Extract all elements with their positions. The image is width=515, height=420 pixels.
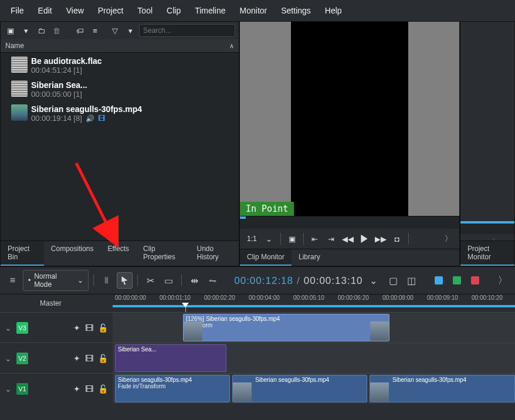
snap-point-icon[interactable]: ⥊ bbox=[205, 272, 221, 289]
playhead-icon[interactable] bbox=[182, 303, 189, 307]
tab-clip-properties[interactable]: Clip Properties bbox=[136, 241, 190, 266]
sort-caret-icon: ∧ bbox=[229, 42, 234, 50]
ruler-tick: 00:00:08:00 bbox=[382, 294, 414, 301]
track-v3[interactable]: [126%] Siberian seagulls-30fps.mp4 Trans… bbox=[113, 312, 515, 343]
snap-icon[interactable]: ⇹ bbox=[187, 272, 202, 289]
clip[interactable]: Siberian seagulls-30fps.mp4 bbox=[232, 375, 367, 402]
lock-icon[interactable]: 🔓 bbox=[98, 384, 108, 394]
more-icon[interactable]: 〉 bbox=[441, 231, 456, 246]
zoom-dropdown-icon[interactable]: ⌄ bbox=[262, 231, 277, 246]
track-header-v2[interactable]: ⌄ V2 ✦ 🎞 🔓 bbox=[0, 343, 113, 373]
filter-dropdown-icon[interactable]: ▾ bbox=[124, 24, 137, 37]
ruler-tick: 00:00:05:10 bbox=[293, 294, 324, 301]
bin-item[interactable]: Be audiotrack.flac 00:04:51:24 [1] bbox=[1, 54, 239, 78]
monitor-ruler[interactable] bbox=[240, 216, 459, 229]
bin-item[interactable]: Siberian seagulls-30fps.mp4 00:00:19:14 … bbox=[1, 102, 239, 126]
clip-thumb-icon bbox=[184, 321, 202, 341]
monitor-controls: 1:1 ⌄ ▣ ⇤ ⇥ ◀◀ ▶▶ ◘ 〉 bbox=[240, 229, 459, 249]
menu-bar: File Edit View Project Tool Clip Timelin… bbox=[0, 0, 515, 21]
favorite-blue-icon[interactable] bbox=[431, 272, 447, 289]
track-header-v1[interactable]: ⌄ V1 ✦ 🎞 🔓 bbox=[0, 373, 113, 404]
effects-icon[interactable]: ✦ bbox=[73, 384, 80, 394]
project-monitor-ruler[interactable] bbox=[460, 221, 514, 234]
menu-edit[interactable]: Edit bbox=[31, 2, 59, 19]
tab-project-monitor[interactable]: Project Monitor bbox=[460, 241, 514, 266]
master-label: Master bbox=[0, 294, 113, 312]
timeline-toolbar: ≡ • Normal Mode ⌄ ⫴ ✂ ▭ ⇹ ⥊ 00:00:12:18/… bbox=[0, 266, 515, 294]
effects-icon[interactable]: ✦ bbox=[73, 354, 80, 363]
list-icon[interactable]: ≡ bbox=[89, 24, 101, 37]
filter-icon[interactable]: ▽ bbox=[109, 24, 121, 37]
monitor-view[interactable]: In Point bbox=[240, 22, 459, 216]
bin-name-header[interactable]: Name ∧ bbox=[1, 39, 239, 53]
lift-icon[interactable]: ▢ bbox=[386, 272, 402, 289]
tab-clip-monitor[interactable]: Clip Monitor bbox=[240, 249, 292, 266]
timeline-ruler[interactable]: 00:00:00:00 00:00:01:10 00:00:02:20 00:0… bbox=[113, 294, 515, 312]
go-start-icon[interactable]: ⇤ bbox=[307, 231, 323, 246]
razor-tool-icon[interactable]: ✂ bbox=[143, 272, 158, 289]
go-end-icon[interactable]: ⇥ bbox=[324, 231, 339, 246]
lock-icon[interactable]: 🔓 bbox=[98, 323, 108, 333]
menu-project[interactable]: Project bbox=[91, 2, 131, 19]
set-in-icon[interactable]: ▣ bbox=[284, 231, 300, 246]
clip[interactable]: Siberian Sea... bbox=[115, 344, 226, 372]
tab-project-bin[interactable]: Project Bin bbox=[1, 241, 44, 266]
clip[interactable]: Siberian seagulls-30fps.mp4 Fade in/Tran… bbox=[115, 375, 230, 402]
menu-monitor[interactable]: Monitor bbox=[233, 2, 275, 19]
clip[interactable]: [126%] Siberian seagulls-30fps.mp4 Trans… bbox=[183, 314, 389, 341]
track-v2[interactable]: Siberian Sea... bbox=[113, 343, 515, 373]
favorite-red-icon[interactable] bbox=[467, 272, 483, 289]
track-compositing-icon[interactable]: ⫴ bbox=[99, 272, 114, 289]
expand-icon[interactable]: ⌄ bbox=[5, 384, 12, 394]
zoom-ratio-label[interactable]: 1:1 bbox=[243, 231, 260, 246]
overflow-icon[interactable]: 〉 bbox=[494, 272, 510, 289]
track-v1[interactable]: Siberian seagulls-30fps.mp4 Fade in/Tran… bbox=[113, 373, 515, 404]
forward-icon[interactable]: ▶▶ bbox=[373, 231, 388, 246]
timecode-display[interactable]: 00:00:12:18/00:00:13:10 bbox=[234, 275, 362, 287]
rewind-icon[interactable]: ◀◀ bbox=[340, 231, 355, 246]
timecode-dropdown-icon[interactable]: ⌄ bbox=[365, 272, 381, 289]
mid-panel-tabs: Clip Monitor Library bbox=[240, 249, 459, 266]
menu-file[interactable]: File bbox=[4, 2, 31, 19]
ruler-tick: 00:00:09:10 bbox=[427, 294, 458, 301]
extract-icon[interactable]: ◫ bbox=[404, 272, 419, 289]
tab-compositions[interactable]: Compositions bbox=[44, 241, 101, 266]
menu-view[interactable]: View bbox=[59, 2, 91, 19]
crop-icon[interactable]: ◘ bbox=[389, 231, 405, 246]
pointer-tool-icon[interactable] bbox=[117, 272, 133, 289]
tab-effects[interactable]: Effects bbox=[101, 241, 136, 266]
video-badge-icon: 🎞 bbox=[98, 114, 105, 123]
hamburger-icon[interactable]: ≡ bbox=[5, 272, 21, 289]
film-icon[interactable]: 🎞 bbox=[85, 384, 93, 394]
film-icon[interactable]: 🎞 bbox=[85, 323, 93, 333]
menu-tool[interactable]: Tool bbox=[130, 2, 160, 19]
play-icon[interactable] bbox=[357, 231, 372, 246]
search-input[interactable] bbox=[139, 24, 235, 37]
menu-help[interactable]: Help bbox=[318, 2, 349, 19]
favorite-green-icon[interactable] bbox=[449, 272, 465, 289]
edit-mode-select[interactable]: • Normal Mode ⌄ bbox=[23, 270, 89, 291]
folder-icon[interactable]: 🗀 bbox=[35, 24, 48, 37]
spacer-tool-icon[interactable]: ▭ bbox=[161, 272, 177, 289]
tab-library[interactable]: Library bbox=[292, 249, 327, 266]
film-icon[interactable]: 🎞 bbox=[85, 354, 93, 363]
add-clip-button[interactable]: ▣ bbox=[4, 24, 17, 37]
timeline-tracks[interactable]: 00:00:00:00 00:00:01:10 00:00:02:20 00:0… bbox=[113, 294, 515, 404]
clip[interactable]: Siberian seagulls-30fps.mp4 bbox=[370, 375, 515, 402]
bin-item-title: Be audiotrack.flac bbox=[31, 56, 102, 66]
timeline: Master ⌄ V3 ✦ 🎞 🔓 ⌄ V2 ✦ 🎞 🔓 ⌄ V1 ✦ bbox=[0, 294, 515, 404]
add-dropdown-icon[interactable]: ▾ bbox=[19, 24, 32, 37]
effects-icon[interactable]: ✦ bbox=[73, 323, 80, 333]
menu-settings[interactable]: Settings bbox=[274, 2, 318, 19]
tab-undo-history[interactable]: Undo History bbox=[190, 241, 239, 266]
expand-icon[interactable]: ⌄ bbox=[5, 323, 12, 333]
delete-icon[interactable]: 🗑 bbox=[50, 24, 63, 37]
lock-icon[interactable]: 🔓 bbox=[98, 354, 108, 363]
expand-icon[interactable]: ⌄ bbox=[5, 354, 12, 363]
bin-item[interactable]: Siberian Sea... 00:00:05:00 [1] bbox=[1, 78, 239, 102]
menu-timeline[interactable]: Timeline bbox=[188, 2, 232, 19]
ruler-tick: 00:00:04:00 bbox=[249, 294, 280, 301]
menu-clip[interactable]: Clip bbox=[160, 2, 188, 19]
track-header-v3[interactable]: ⌄ V3 ✦ 🎞 🔓 bbox=[0, 312, 113, 343]
tag-icon[interactable]: 🏷 bbox=[73, 24, 86, 37]
